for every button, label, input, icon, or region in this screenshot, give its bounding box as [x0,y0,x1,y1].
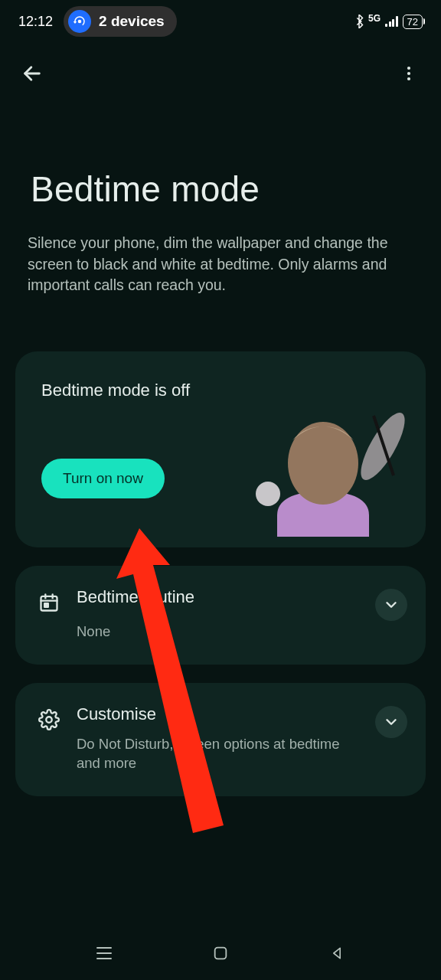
status-bar: 12:12 2 devices 5G 72 [0,0,441,43]
routine-body: Bedtime routine None [77,587,361,642]
bluetooth-icon [354,15,364,28]
status-card: Bedtime mode is off Turn on now [15,351,426,547]
status-left: 12:12 2 devices [18,6,177,37]
gear-icon [35,706,63,733]
customise-title: Customise [77,704,361,724]
svg-point-8 [288,422,358,505]
battery-icon: 72 [403,15,423,29]
customise-body: Customise Do Not Disturb, screen options… [77,704,361,773]
back-nav-button[interactable] [320,936,354,970]
customise-expand-button[interactable] [375,706,407,738]
recents-button[interactable] [87,936,121,970]
page-title: Bedtime mode [0,98,441,228]
svg-point-4 [407,77,410,80]
network-label: 5G [368,13,381,24]
svg-point-2 [407,67,410,70]
bedtime-illustration [233,393,415,538]
back-button[interactable] [15,57,49,90]
signal-icon [385,16,398,27]
customise-card[interactable]: Customise Do Not Disturb, screen options… [15,683,426,796]
svg-point-5 [256,482,280,506]
routine-value: None [77,622,361,642]
recents-icon [95,946,113,961]
svg-point-14 [46,717,51,722]
calendar-icon [35,589,63,616]
svg-point-0 [78,20,82,24]
devices-chip-label: 2 devices [99,13,165,30]
routine-expand-button[interactable] [375,589,407,621]
status-right: 5G 72 [354,15,423,29]
overflow-menu-button[interactable] [392,57,426,90]
cast-icon [68,10,91,33]
svg-rect-13 [44,603,48,607]
home-icon [212,945,229,962]
chevron-down-icon [383,596,400,613]
arrow-back-icon [21,63,43,84]
battery-level: 72 [407,16,418,28]
devices-chip[interactable]: 2 devices [64,6,177,37]
svg-rect-19 [215,948,227,959]
page-description: Silence your phone, dim the wallpaper an… [0,228,441,296]
home-button[interactable] [204,936,237,970]
app-toolbar [0,49,441,98]
more-vert-icon [400,64,418,83]
bedtime-routine-card[interactable]: Bedtime routine None [15,566,426,665]
svg-point-3 [407,72,410,75]
system-navbar [0,926,441,980]
routine-title: Bedtime routine [77,587,361,607]
chevron-down-icon [383,714,400,730]
turn-on-now-button[interactable]: Turn on now [41,459,165,498]
back-triangle-icon [329,946,345,961]
customise-subtitle: Do Not Disturb, screen options at bedtim… [77,735,361,773]
clock-time: 12:12 [18,14,53,30]
